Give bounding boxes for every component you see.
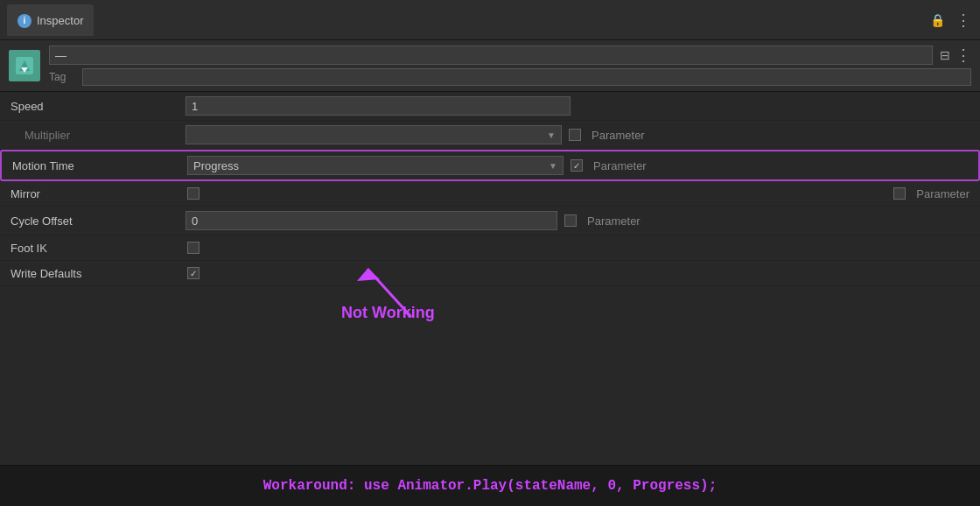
- cycle-offset-row: Cycle Offset Parameter: [0, 207, 980, 235]
- mirror-label: Mirror: [10, 187, 186, 200]
- cycle-offset-param-label: Parameter: [587, 214, 640, 228]
- speed-label: Speed: [10, 100, 186, 113]
- svg-marker-4: [357, 269, 380, 281]
- object-header: ⊟ ⋮ Tag: [0, 40, 980, 92]
- tab-label: Inspector: [37, 14, 83, 27]
- mirror-checkbox[interactable]: [187, 187, 200, 200]
- mirror-param-checkbox[interactable]: [893, 187, 906, 200]
- motion-time-checkbox[interactable]: [570, 159, 583, 172]
- lock-icon: 🔒: [930, 13, 945, 27]
- tab-right: 🔒 ⋮: [928, 11, 973, 30]
- tag-row: Tag: [49, 68, 971, 86]
- header-more-icon: ⋮: [956, 46, 971, 65]
- workaround-bar: Workaround: use Animator.Play(stateName,…: [0, 465, 980, 506]
- inspector-tab[interactable]: i Inspector: [7, 4, 94, 36]
- not-working-label: Not Working: [341, 304, 435, 322]
- foot-ik-checkbox-wrap: [186, 240, 201, 256]
- write-defaults-label: Write Defaults: [10, 267, 186, 280]
- write-defaults-row: Write Defaults: [0, 261, 980, 286]
- motion-time-value-area: Progress ▼ Parameter: [187, 156, 968, 175]
- motion-time-checkbox-wrap: [569, 158, 584, 173]
- multiplier-checkbox-wrap: [567, 127, 583, 143]
- multiplier-dropdown[interactable]: ▼: [186, 125, 562, 144]
- motion-time-param-label: Parameter: [593, 159, 647, 172]
- tab-left: i Inspector: [7, 4, 94, 36]
- object-icon: [9, 50, 40, 81]
- object-name-row: ⊟ ⋮: [49, 46, 971, 65]
- mirror-checkbox-wrap: [186, 186, 201, 201]
- multiplier-value-area: ▼ Parameter: [186, 125, 970, 144]
- multiplier-param-label: Parameter: [592, 129, 645, 142]
- cycle-offset-checkbox[interactable]: [564, 214, 577, 227]
- mirror-value-area: Parameter: [186, 186, 970, 201]
- mirror-param-checkbox-wrap: [892, 186, 907, 201]
- game-object-icon: [12, 53, 37, 78]
- motion-time-chevron-icon: ▼: [549, 161, 557, 171]
- object-right: ⊟ ⋮ Tag: [49, 46, 971, 86]
- foot-ik-checkbox[interactable]: [187, 242, 200, 254]
- foot-ik-row: Foot IK: [0, 235, 980, 261]
- workaround-text: Workaround: use Animator.Play(stateName,…: [263, 478, 717, 494]
- foot-ik-value-area: [186, 240, 970, 256]
- object-name-input[interactable]: [49, 46, 933, 65]
- properties-area: Speed Multiplier ▼ Parameter Motion Time: [0, 92, 980, 465]
- cycle-offset-label: Cycle Offset: [10, 214, 186, 228]
- write-defaults-value-area: [186, 265, 970, 281]
- write-defaults-checkbox[interactable]: [187, 267, 200, 279]
- multiplier-label: Multiplier: [10, 129, 186, 142]
- speed-input[interactable]: [186, 96, 570, 116]
- lock-button[interactable]: 🔒: [928, 11, 947, 30]
- mirror-row: Mirror Parameter: [0, 181, 980, 207]
- foot-ik-label: Foot IK: [10, 242, 186, 255]
- multiplier-checkbox[interactable]: [569, 129, 581, 141]
- speed-row: Speed: [0, 92, 980, 121]
- cycle-offset-checkbox-wrap: [563, 213, 578, 228]
- tag-label: Tag: [49, 71, 75, 83]
- motion-time-dropdown[interactable]: Progress ▼: [187, 156, 564, 175]
- motion-time-label: Motion Time: [12, 159, 187, 172]
- multiplier-row: Multiplier ▼ Parameter: [0, 121, 980, 150]
- mirror-param-label: Parameter: [916, 187, 970, 200]
- motion-time-dropdown-value: Progress: [193, 159, 239, 172]
- header-icons: ⊟ ⋮: [940, 46, 971, 65]
- more-icon: ⋮: [956, 11, 971, 30]
- motion-time-row: Motion Time Progress ▼ Parameter: [0, 150, 980, 181]
- tag-input[interactable]: [82, 68, 971, 86]
- cycle-offset-input[interactable]: [186, 211, 557, 230]
- cycle-offset-value-area: Parameter: [186, 211, 970, 230]
- annotation-area: Not Working: [0, 286, 980, 356]
- sliders-icon: ⊟: [940, 48, 950, 62]
- speed-value-area: [186, 96, 970, 116]
- write-defaults-checkbox-wrap: [186, 265, 201, 281]
- tab-bar: i Inspector 🔒 ⋮: [0, 0, 980, 40]
- info-icon: i: [18, 14, 32, 28]
- more-menu-button[interactable]: ⋮: [954, 11, 973, 30]
- inspector-panel: i Inspector 🔒 ⋮: [0, 0, 980, 506]
- multiplier-chevron-icon: ▼: [547, 130, 556, 140]
